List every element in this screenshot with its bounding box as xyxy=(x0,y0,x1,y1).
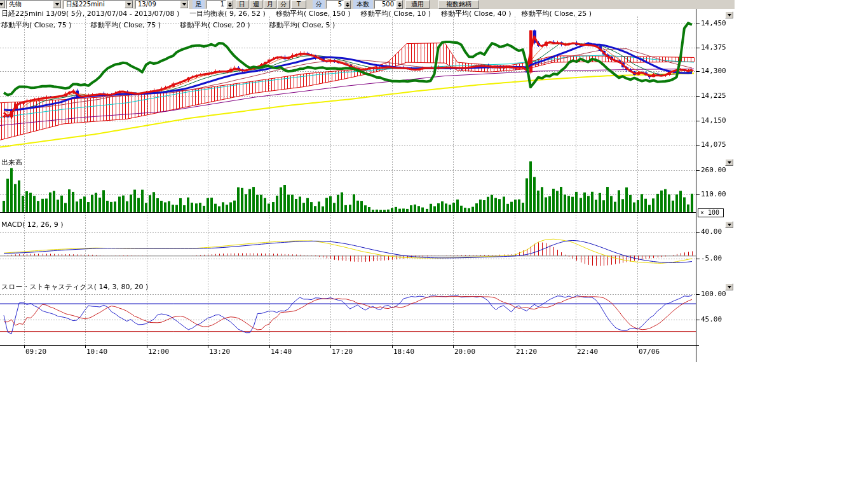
bar-type-label: 足 xyxy=(193,0,205,9)
time-axis-label: 18:40 xyxy=(393,348,414,356)
ma20-legend: 移動平均( Close, 20 ) xyxy=(180,20,250,30)
chart-canvas[interactable] xyxy=(0,9,735,362)
ma75b-legend: 移動平均( Close, 75 ) xyxy=(91,20,161,30)
time-axis-label: 13:20 xyxy=(209,348,230,356)
instrument-legend: 日経225mini 13/09( 5分, 2013/07/04 - 2013/0… xyxy=(1,9,179,18)
minute-value[interactable]: 5 xyxy=(326,0,344,9)
spinner-arrows-icon[interactable] xyxy=(344,0,351,9)
spinner-arrows-icon[interactable] xyxy=(226,0,233,9)
time-axis-label: 22:40 xyxy=(577,348,598,356)
volume-axis-label: 110.00 xyxy=(701,190,726,198)
volume-panel-collapse-button[interactable] xyxy=(725,159,733,166)
chevron-down-icon xyxy=(728,286,731,288)
stochastics-axis-label: 45.00 xyxy=(701,315,722,323)
bar-interval-stepper[interactable]: 1 xyxy=(207,0,233,9)
macd-axis-label: 40.00 xyxy=(701,227,722,236)
contract-month-combo[interactable]: 13/09 xyxy=(135,0,189,9)
bar-count-label: 本数 xyxy=(353,0,373,9)
stochastics-panel-collapse-button[interactable] xyxy=(725,283,733,290)
indicator-legend-row2: 移動平均( Close, 75 ) 移動平均( Close, 75 ) 移動平均… xyxy=(1,20,335,30)
ichimoku-legend: 一目均衡表( 9, 26, 52 ) xyxy=(189,9,266,18)
volume-axis-label: 260.00 xyxy=(701,166,726,174)
price-axis-label: 14,150 xyxy=(701,116,726,125)
time-axis-label: 17:20 xyxy=(332,348,353,356)
indicator-legend-row1: 日経225mini 13/09( 5分, 2013/07/04 - 2013/0… xyxy=(1,9,592,18)
category-combo[interactable]: 先物 xyxy=(6,0,62,9)
ma10-legend: 移動平均( Close, 10 ) xyxy=(360,9,431,18)
chevron-down-icon xyxy=(728,161,731,164)
ma150-legend: 移動平均( Close, 150 ) xyxy=(276,9,351,18)
main-panel-collapse-button[interactable] xyxy=(725,11,733,18)
price-axis-label: 14,225 xyxy=(701,92,726,100)
price-axis-label: 14,300 xyxy=(701,67,726,75)
chevron-down-icon xyxy=(728,14,731,17)
ma75-legend: 移動平均( Close, 75 ) xyxy=(1,20,72,30)
contract-month-combo-value: 13/09 xyxy=(136,1,180,8)
apply-button[interactable]: 適用 xyxy=(405,0,430,9)
chart-area: 日経225mini 13/09( 5分, 2013/07/04 - 2013/0… xyxy=(0,9,735,362)
chevron-down-icon[interactable] xyxy=(180,1,188,8)
macd-axis-label: -5.00 xyxy=(701,254,722,262)
toolbar: 先物 日経225mini 13/09 足 1 日 週 月 分 T 分 5 本数 … xyxy=(0,0,735,9)
period-month-button[interactable]: 月 xyxy=(264,0,276,9)
symbol-combo-value: 日経225mini xyxy=(64,1,125,8)
period-day-button[interactable]: 日 xyxy=(236,0,248,9)
ma25-legend: 移動平均( Close, 25 ) xyxy=(522,9,592,18)
ma5-legend: 移動平均( Close, 5 ) xyxy=(269,20,336,30)
ma40-legend: 移動平均( Close, 40 ) xyxy=(441,9,512,18)
chevron-down-icon[interactable] xyxy=(53,1,61,8)
period-tick-button[interactable]: T xyxy=(291,0,306,9)
partial-combo-arrow-icon[interactable] xyxy=(0,1,5,8)
time-axis-label: 10:40 xyxy=(86,348,107,356)
chevron-down-icon xyxy=(728,224,731,226)
time-axis-label: 14:40 xyxy=(271,348,292,356)
minute-label: 分 xyxy=(313,0,325,9)
period-minute-button[interactable]: 分 xyxy=(277,0,290,9)
time-axis-label: 20:00 xyxy=(454,348,475,356)
symbol-combo[interactable]: 日経225mini xyxy=(64,0,133,9)
multi-symbol-button[interactable]: 複数銘柄 xyxy=(438,0,479,9)
time-axis-label: 21:20 xyxy=(516,348,537,356)
stochastics-panel-title: スロー・ストキャスティクス( 14, 3, 80, 20 ) xyxy=(1,282,148,292)
volume-multiplier-badge: × 100 xyxy=(698,208,724,217)
spinner-arrows-icon[interactable] xyxy=(396,0,403,9)
price-axis-label: 14,450 xyxy=(701,19,726,27)
period-week-button[interactable]: 週 xyxy=(250,0,262,9)
bar-count-stepper[interactable]: 500 xyxy=(374,0,403,9)
price-axis-label: 14,375 xyxy=(701,43,726,51)
macd-panel-collapse-button[interactable] xyxy=(725,221,733,228)
category-combo-value: 先物 xyxy=(7,1,53,8)
time-axis-label: 07/06 xyxy=(639,348,660,356)
chart-application: 先物 日経225mini 13/09 足 1 日 週 月 分 T 分 5 本数 … xyxy=(0,0,868,488)
bar-interval-value[interactable]: 1 xyxy=(207,0,226,9)
stochastics-axis-label: 100.00 xyxy=(701,290,726,298)
chevron-down-icon[interactable] xyxy=(125,1,133,8)
partial-combo[interactable] xyxy=(0,0,6,9)
price-axis-label: 14,075 xyxy=(701,140,726,149)
minute-stepper[interactable]: 5 xyxy=(326,0,351,9)
macd-panel-title: MACD( 12, 26, 9 ) xyxy=(1,220,64,229)
volume-panel-title: 出来高 xyxy=(1,158,22,167)
time-axis-label: 09:20 xyxy=(25,348,46,356)
time-axis-label: 12:00 xyxy=(148,348,169,356)
bar-count-value[interactable]: 500 xyxy=(374,0,396,9)
